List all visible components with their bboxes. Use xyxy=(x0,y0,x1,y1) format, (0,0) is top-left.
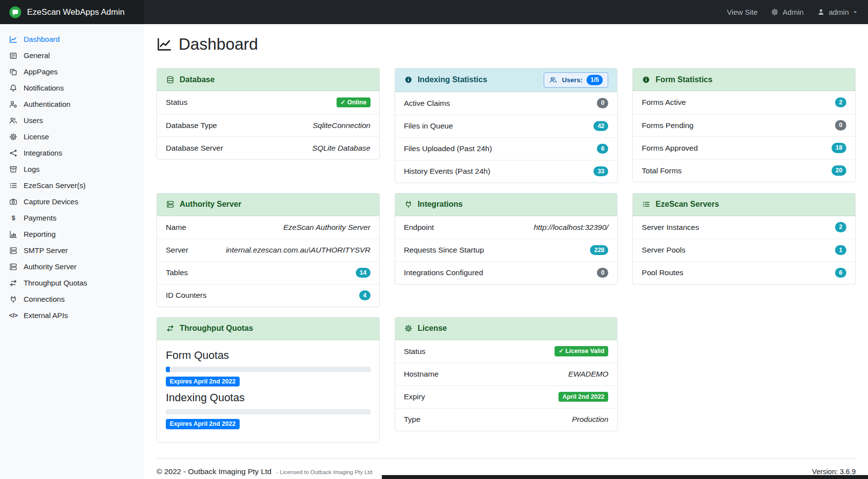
info-icon xyxy=(404,76,413,84)
stat-label: Forms Pending xyxy=(642,121,693,130)
sidebar-item-throughput-quotas[interactable]: Throughput Quotas xyxy=(0,275,144,291)
sidebar-item-label: Logs xyxy=(24,165,40,173)
stat-label: Hostname xyxy=(404,370,439,379)
sidebar-item-label: Authority Server xyxy=(24,262,77,271)
stat-value: EzeScan Authority Server xyxy=(283,223,371,232)
card-header: License xyxy=(395,318,618,340)
sidebar-item-ezescan-server-s[interactable]: EzeScan Server(s) xyxy=(0,177,144,193)
stat-row-id-counters: ID Counters4 xyxy=(157,284,379,307)
card-ezescan-servers: EzeScan ServersServer Instances2Server P… xyxy=(632,193,856,285)
stat-label: Type xyxy=(404,415,421,424)
brand[interactable]: EzeScan WebApps Admin xyxy=(0,0,144,24)
dashboard-cards: DatabaseStatus✓ OnlineDatabase TypeSqlit… xyxy=(156,68,856,443)
quota-expiry-badge: Expires April 2nd 2022 xyxy=(166,419,240,429)
bottom-dark-strip xyxy=(382,475,868,479)
sidebar-item-reporting[interactable]: Reporting xyxy=(0,226,144,242)
stat-label: Status xyxy=(166,98,187,107)
stat-label: Database Type xyxy=(166,121,217,130)
stat-value: Production xyxy=(572,415,608,424)
list-icon xyxy=(642,200,651,208)
main-content: Dashboard DatabaseStatus✓ OnlineDatabase… xyxy=(144,24,868,479)
card-header: Integrations xyxy=(395,193,618,216)
sidebar-item-dashboard[interactable]: Dashboard xyxy=(0,31,144,47)
view-site-link[interactable]: View Site xyxy=(727,8,757,16)
stat-label: Pool Routes xyxy=(642,268,683,277)
share-icon xyxy=(9,149,18,157)
sidebar-item-authority-server[interactable]: Authority Server xyxy=(0,258,144,275)
stat-label: History Events (Past 24h) xyxy=(404,167,491,176)
stat-value: http://localhost:32390/ xyxy=(534,223,609,232)
sidebar-item-label: Dashboard xyxy=(24,35,60,43)
sidebar-item-payments[interactable]: $Payments xyxy=(0,210,144,226)
quota-progress-bar xyxy=(166,367,371,372)
stat-row-forms-approved: Forms Approved18 xyxy=(633,136,855,159)
sidebar-item-general[interactable]: General xyxy=(0,47,144,64)
card-form-statistics: Form StatisticsForms Active2Forms Pendin… xyxy=(632,68,856,182)
users-quota-button[interactable]: Users:1/5 xyxy=(544,72,608,88)
ezescan-logo-icon xyxy=(9,6,22,19)
stat-label: ID Counters xyxy=(166,291,207,300)
sidebar-item-license[interactable]: License xyxy=(0,128,144,145)
card-title: Integrations xyxy=(418,200,463,209)
stat-badge: ✓ License Valid xyxy=(555,346,608,356)
info-icon xyxy=(642,76,651,84)
card-header: Database xyxy=(157,68,379,91)
quota-heading: Indexing Quotas xyxy=(166,391,371,404)
sidebar-item-capture-devices[interactable]: Capture Devices xyxy=(0,193,144,210)
sidebar-item-notifications[interactable]: Notifications xyxy=(0,80,144,96)
card-header: Throughput Quotas xyxy=(157,318,379,340)
gear-icon xyxy=(9,133,18,141)
stat-value: SqliteConnection xyxy=(312,121,370,130)
users-icon xyxy=(549,76,558,84)
card-header: Form Statistics xyxy=(633,68,855,91)
stat-row-active-claims: Active Claims0 xyxy=(395,92,618,115)
sidebar-item-authentication[interactable]: Authentication xyxy=(0,96,144,112)
stat-label: Server Pools xyxy=(642,246,685,255)
stat-label: Server Instances xyxy=(642,223,699,232)
plug-icon xyxy=(9,295,18,303)
stat-badge: 4 xyxy=(359,290,371,301)
sidebar-item-integrations[interactable]: Integrations xyxy=(0,145,144,161)
person-icon xyxy=(816,8,825,16)
sidebar-item-apppages[interactable]: AppPages xyxy=(0,64,144,80)
stat-label: Integrations Configured xyxy=(404,268,483,277)
stat-row-hostname: HostnameEWADEMO xyxy=(395,363,618,385)
stat-row-integrations-configured: Integrations Configured0 xyxy=(395,261,618,284)
sidebar-item-external-apis[interactable]: </>External APIs xyxy=(0,307,144,323)
quota-section-form-quotas: Form QuotasExpires April 2nd 2022 xyxy=(166,349,371,387)
server-icon xyxy=(9,263,18,271)
stat-badge: 2 xyxy=(835,222,846,232)
sidebar-item-label: Integrations xyxy=(24,149,62,157)
stat-row-forms-pending: Forms Pending0 xyxy=(633,114,855,136)
admin-menu[interactable]: Admin xyxy=(771,8,804,16)
sidebar-item-label: Payments xyxy=(24,214,57,222)
card-authority-server: Authority ServerNameEzeScan Authority Se… xyxy=(156,193,380,307)
stat-row-database-server: Database ServerSQLite Database xyxy=(157,136,379,159)
sidebar-item-label: Notifications xyxy=(24,84,64,92)
brand-title: EzeScan WebApps Admin xyxy=(27,7,124,17)
stat-label: Tables xyxy=(166,268,188,277)
stat-badge: 0 xyxy=(597,98,608,108)
sidebar-item-logs[interactable]: Logs xyxy=(0,161,144,177)
card-license: LicenseStatus✓ License ValidHostnameEWAD… xyxy=(395,317,618,431)
stat-row-server: Serverinternal.ezescan.com.au\AUTHORITYS… xyxy=(157,239,379,261)
database-icon xyxy=(166,76,175,84)
card-database: DatabaseStatus✓ OnlineDatabase TypeSqlit… xyxy=(156,68,380,160)
stat-label: Name xyxy=(166,223,186,232)
card-title: Throughput Quotas xyxy=(180,324,253,333)
card-header: Indexing StatisticsUsers:1/5 xyxy=(395,68,618,92)
card-title: Database xyxy=(180,75,215,84)
stat-row-history-events-past-24h: History Events (Past 24h)33 xyxy=(395,160,618,183)
user-menu[interactable]: admin xyxy=(816,8,858,16)
sidebar-item-label: External APIs xyxy=(24,311,68,319)
server-icon xyxy=(9,247,18,255)
stat-value: EWADEMO xyxy=(568,370,609,379)
sidebar-item-label: SMTP Server xyxy=(24,246,68,255)
sidebar-item-users[interactable]: Users xyxy=(0,112,144,128)
sidebar-item-label: Capture Devices xyxy=(24,197,78,206)
plug-icon xyxy=(404,200,413,208)
sidebar-item-connections[interactable]: Connections xyxy=(0,291,144,307)
sidebar-item-smtp-server[interactable]: SMTP Server xyxy=(0,242,144,258)
sidebar: DashboardGeneralAppPagesNotificationsAut… xyxy=(0,24,144,479)
arrows-lr-icon xyxy=(9,279,18,287)
